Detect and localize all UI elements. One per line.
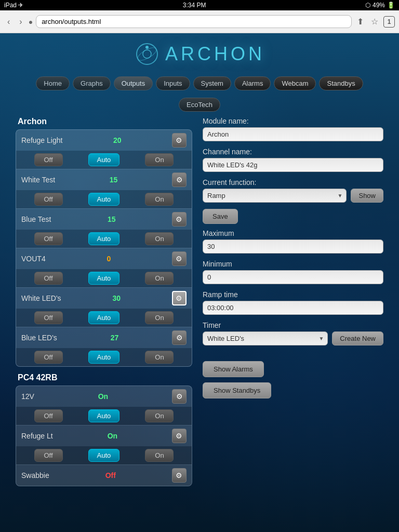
main-content: Archon Refuge Light 20 ⚙ Off Auto On (0, 112, 399, 497)
show-standbys-button[interactable]: Show Standbys (203, 382, 271, 398)
back-button[interactable]: ‹ (4, 15, 13, 29)
white-test-gear[interactable]: ⚙ (172, 172, 187, 187)
refuge-lt-gear[interactable]: ⚙ (172, 429, 187, 443)
logo-area: ARCHON (0, 33, 399, 72)
12v-label: 12V (21, 392, 34, 401)
12v-auto[interactable]: Auto (88, 409, 120, 422)
url-input[interactable] (36, 15, 352, 28)
pc4-device-panel: 12V On ⚙ Off Auto On Refuge Lt (16, 385, 192, 486)
vout4-auto[interactable]: Auto (88, 272, 120, 285)
reload-button[interactable]: ● (29, 18, 33, 26)
white-test-off[interactable]: Off (34, 193, 63, 206)
timer-label: Timer (203, 321, 383, 329)
function-select[interactable]: Ramp Fixed Sine PWM Script (203, 189, 347, 203)
device-row-swabbie: Swabbie Off ⚙ (16, 465, 192, 486)
white-leds-gear[interactable]: ⚙ (172, 291, 187, 305)
nav-webcam[interactable]: Webcam (274, 76, 316, 90)
white-test-value: 15 (110, 176, 118, 184)
blue-test-value: 15 (108, 215, 116, 223)
nav-graphs[interactable]: Graphs (73, 76, 111, 90)
12v-gear[interactable]: ⚙ (172, 389, 187, 404)
module-name-group: Module name: (203, 117, 383, 141)
swabbie-label: Swabbie (21, 471, 49, 480)
refuge-light-on[interactable]: On (145, 153, 174, 166)
create-new-button[interactable]: Create New (332, 331, 383, 345)
nav-inputs[interactable]: Inputs (156, 76, 190, 90)
nav-ecotech[interactable]: EcoTech (179, 98, 220, 112)
device-row-12v: 12V On ⚙ Off Auto On (16, 386, 192, 425)
module-name-label: Module name: (203, 117, 383, 125)
left-panel: Archon Refuge Light 20 ⚙ Off Auto On (16, 117, 192, 486)
12v-value: On (98, 392, 108, 401)
current-function-group: Current function: Ramp Fixed Sine PWM Sc… (203, 178, 383, 203)
refuge-lt-off[interactable]: Off (34, 449, 63, 462)
white-leds-off[interactable]: Off (34, 311, 63, 324)
bookmark-button[interactable]: ☆ (369, 15, 380, 29)
blue-leds-label: Blue LED's (21, 334, 57, 342)
blue-test-auto[interactable]: Auto (88, 232, 120, 245)
blue-leds-auto[interactable]: Auto (88, 351, 120, 364)
show-alarms-button[interactable]: Show Alarms (203, 361, 264, 377)
archon-logo-icon (134, 41, 160, 67)
device-row-vout4: VOUT4 0 ⚙ Off Auto On (16, 248, 192, 288)
channel-name-input[interactable] (203, 158, 383, 172)
white-test-on[interactable]: On (145, 193, 174, 206)
battery-level: 49% (373, 2, 385, 9)
nav-outputs[interactable]: Outputs (114, 76, 153, 90)
refuge-lt-on[interactable]: On (145, 449, 174, 462)
blue-test-off[interactable]: Off (34, 232, 63, 245)
nav-bar: Home Graphs Outputs Inputs System Alarms… (0, 72, 399, 95)
ramp-time-group: Ramp time (203, 290, 383, 315)
forward-button[interactable]: › (16, 15, 25, 29)
refuge-light-gear[interactable]: ⚙ (172, 133, 187, 148)
12v-off[interactable]: Off (34, 409, 63, 422)
swabbie-gear[interactable]: ⚙ (172, 468, 187, 483)
tab-count[interactable]: 1 (383, 16, 395, 28)
module-name-input[interactable] (203, 127, 383, 141)
white-leds-value: 30 (113, 294, 121, 302)
white-leds-auto[interactable]: Auto (88, 311, 120, 324)
timer-select[interactable]: White LED's Blue LED's Refuge Light (203, 331, 328, 345)
device-row-blue-test: Blue Test 15 ⚙ Off Auto On (16, 209, 192, 248)
timer-select-wrapper: White LED's Blue LED's Refuge Light ▼ (203, 331, 328, 345)
nav-standbys[interactable]: Standbys (319, 76, 363, 90)
vout4-on[interactable]: On (145, 272, 174, 285)
current-function-label: Current function: (203, 178, 383, 187)
status-bar-left: iPad ✈ (4, 2, 23, 9)
12v-on[interactable]: On (145, 409, 174, 422)
channel-name-group: Channel name: (203, 148, 383, 172)
white-leds-label: White LED's (21, 294, 61, 302)
refuge-lt-auto[interactable]: Auto (88, 449, 120, 462)
vout4-off[interactable]: Off (34, 272, 63, 285)
minimum-input[interactable] (203, 270, 383, 284)
refuge-lt-label: Refuge Lt (21, 432, 53, 440)
save-button[interactable]: Save (203, 209, 238, 224)
pc4-section-title: PC4 42RB (16, 373, 192, 382)
show-function-button[interactable]: Show (351, 189, 383, 203)
ramp-time-input[interactable] (203, 301, 383, 315)
maximum-input[interactable] (203, 240, 383, 254)
nav-system[interactable]: System (193, 76, 231, 90)
share-button[interactable]: ⬆ (355, 15, 366, 29)
blue-leds-on[interactable]: On (145, 351, 174, 364)
refuge-light-off[interactable]: Off (34, 153, 63, 166)
white-test-auto[interactable]: Auto (88, 193, 120, 206)
status-bar: iPad ✈ 3:34 PM ⬡ 49% 🔋 (0, 0, 399, 10)
swabbie-value: Off (105, 471, 116, 480)
maximum-group: Maximum (203, 229, 383, 254)
white-leds-on[interactable]: On (145, 311, 174, 324)
blue-leds-gear[interactable]: ⚙ (172, 330, 187, 345)
white-test-label: White Test (21, 176, 55, 184)
blue-leds-off[interactable]: Off (34, 351, 63, 364)
refuge-light-auto[interactable]: Auto (88, 153, 120, 166)
refuge-lt-value: On (108, 432, 117, 440)
vout4-gear[interactable]: ⚙ (172, 251, 187, 266)
device-row-white-leds: White LED's 30 ⚙ Off Auto On (16, 288, 192, 327)
ramp-time-label: Ramp time (203, 290, 383, 299)
timer-group: Timer White LED's Blue LED's Refuge Ligh… (203, 321, 383, 345)
blue-test-on[interactable]: On (145, 232, 174, 245)
nav-home[interactable]: Home (36, 76, 70, 90)
status-bar-right: ⬡ 49% 🔋 (365, 2, 395, 9)
nav-alarms[interactable]: Alarms (234, 76, 271, 90)
blue-test-gear[interactable]: ⚙ (172, 212, 187, 227)
